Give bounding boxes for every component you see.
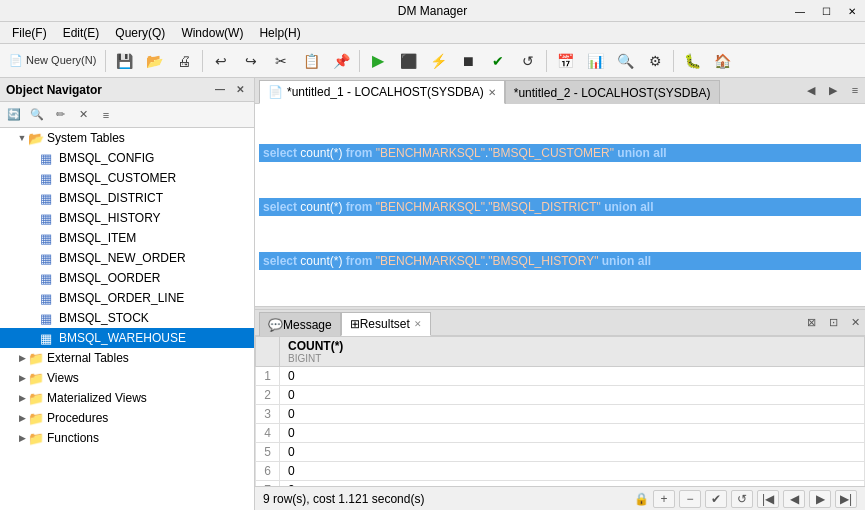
tree-item-bmsql-district[interactable]: ▦ BMSQL_DISTRICT (0, 188, 254, 208)
tree-item-views[interactable]: ▶ 📁 Views (0, 368, 254, 388)
main-content: Object Navigator — ✕ 🔄 🔍 ✏ ✕ ≡ ▼ 📂 Syste… (0, 78, 865, 510)
tree-item-system-tables[interactable]: ▼ 📂 System Tables (0, 128, 254, 148)
undo-button[interactable]: ↩ (207, 47, 235, 75)
tree-item-external-tables[interactable]: ▶ 📁 External Tables (0, 348, 254, 368)
explain-button[interactable]: 📊 (581, 47, 609, 75)
add-row-button[interactable]: + (653, 490, 675, 508)
cut-button[interactable]: ✂ (267, 47, 295, 75)
execute-button[interactable]: ⚡ (424, 47, 452, 75)
table-row: 40 (256, 424, 865, 443)
menu-help[interactable]: Help(H) (251, 24, 308, 42)
tree-item-materialized-views[interactable]: ▶ 📁 Materialized Views (0, 388, 254, 408)
tree-item-bmsql-stock[interactable]: ▦ BMSQL_STOCK (0, 308, 254, 328)
tree-label: Materialized Views (47, 391, 147, 405)
nav-more-button[interactable]: ≡ (96, 105, 116, 125)
rollback-button[interactable]: ↺ (514, 47, 542, 75)
cancel-button[interactable]: ↺ (731, 490, 753, 508)
column-type: BIGINT (288, 353, 856, 364)
folder-icon: 📁 (28, 431, 44, 446)
tree-item-functions[interactable]: ▶ 📁 Functions (0, 428, 254, 448)
tree-item-bmsql-history[interactable]: ▦ BMSQL_HISTORY (0, 208, 254, 228)
prev-page-button[interactable]: ◀ (783, 490, 805, 508)
confirm-button[interactable]: ✔ (705, 490, 727, 508)
tab-resultset[interactable]: ⊞ Resultset ✕ (341, 312, 431, 336)
print-button[interactable]: 🖨 (170, 47, 198, 75)
next-page-button[interactable]: ▶ (809, 490, 831, 508)
new-query-button[interactable]: 📄 New Query(N) (4, 47, 101, 75)
data-table: COUNT(*) BIGINT 10203040506070 (255, 336, 865, 486)
table-icon: ▦ (40, 311, 56, 326)
nav-refresh-button[interactable]: 🔄 (4, 105, 24, 125)
menu-file[interactable]: File(F) (4, 24, 55, 42)
tab-resultset-label: Resultset (360, 317, 410, 331)
nav-close-button[interactable]: ✕ (232, 82, 248, 98)
tab-scroll-right[interactable]: ▶ (823, 80, 843, 100)
nav-minimize-button[interactable]: — (212, 82, 228, 98)
tab-scroll-left[interactable]: ◀ (801, 80, 821, 100)
result-collapse-button[interactable]: ⊠ (801, 312, 821, 332)
table-row: 10 (256, 367, 865, 386)
stop-button[interactable]: ⏹ (454, 47, 482, 75)
editor-area[interactable]: select count(*) from "BENCHMARKSQL"."BMS… (255, 104, 865, 306)
row-num: 4 (256, 424, 280, 443)
tree-item-bmsql-new-order[interactable]: ▦ BMSQL_NEW_ORDER (0, 248, 254, 268)
tab-untitled2[interactable]: *untitled_2 - LOCALHOST(SYSDBA) (505, 80, 720, 104)
table-row: 20 (256, 386, 865, 405)
schedule-button[interactable]: 📅 (551, 47, 579, 75)
run2-button[interactable]: ⬛ (394, 47, 422, 75)
tab-untitled1[interactable]: 📄 *untitled_1 - LOCALHOST(SYSDBA) ✕ (259, 80, 505, 104)
minimize-button[interactable]: — (787, 0, 813, 22)
bottom-panel: 💬 Message ⊞ Resultset ✕ ⊠ ⊡ ✕ (255, 310, 865, 510)
code-line-1: select count(*) from "BENCHMARKSQL"."BMS… (259, 144, 861, 162)
nav-close-tree-button[interactable]: ✕ (73, 105, 93, 125)
last-page-button[interactable]: ▶| (835, 490, 857, 508)
open-button[interactable]: 📂 (140, 47, 168, 75)
tab-close-icon[interactable]: ✕ (414, 319, 422, 329)
settings-button[interactable]: ⚙ (641, 47, 669, 75)
menu-window[interactable]: Window(W) (173, 24, 251, 42)
nav-filter-button[interactable]: ✏ (50, 105, 70, 125)
tree-item-bmsql-warehouse[interactable]: ▦ BMSQL_WAREHOUSE (0, 328, 254, 348)
close-button[interactable]: ✕ (839, 0, 865, 22)
first-page-button[interactable]: |◀ (757, 490, 779, 508)
tree-item-bmsql-order-line[interactable]: ▦ BMSQL_ORDER_LINE (0, 288, 254, 308)
tree-item-bmsql-oorder[interactable]: ▦ BMSQL_OORDER (0, 268, 254, 288)
code-editor[interactable]: select count(*) from "BENCHMARKSQL"."BMS… (255, 104, 865, 306)
tab-label: *untitled_1 - LOCALHOST(SYSDBA) (287, 85, 484, 99)
tree-item-bmsql-item[interactable]: ▦ BMSQL_ITEM (0, 228, 254, 248)
tab-close-button[interactable]: ✕ (488, 87, 496, 98)
tree-item-procedures[interactable]: ▶ 📁 Procedures (0, 408, 254, 428)
result-expand-button[interactable]: ⊡ (823, 312, 843, 332)
delete-row-button[interactable]: − (679, 490, 701, 508)
table-icon: ▦ (40, 291, 56, 306)
maximize-button[interactable]: ☐ (813, 0, 839, 22)
home-button[interactable]: 🏠 (708, 47, 736, 75)
paste-button[interactable]: 📌 (327, 47, 355, 75)
debug-button[interactable]: 🐛 (678, 47, 706, 75)
result-table: COUNT(*) BIGINT 10203040506070 (255, 336, 865, 486)
tree-item-bmsql-customer[interactable]: ▦ BMSQL_CUSTOMER (0, 168, 254, 188)
tab-icon: 📄 (268, 85, 283, 99)
menu-edit[interactable]: Edit(E) (55, 24, 108, 42)
menu-query[interactable]: Query(Q) (107, 24, 173, 42)
nav-search-button[interactable]: 🔍 (27, 105, 47, 125)
save-button[interactable]: 💾 (110, 47, 138, 75)
search-toolbar-button[interactable]: 🔍 (611, 47, 639, 75)
row-value: 0 (280, 443, 865, 462)
tree-item-bmsql-config[interactable]: ▦ BMSQL_CONFIG (0, 148, 254, 168)
table-icon: ▦ (40, 151, 56, 166)
row-num: 2 (256, 386, 280, 405)
copy-button[interactable]: 📋 (297, 47, 325, 75)
redo-button[interactable]: ↪ (237, 47, 265, 75)
tab-more[interactable]: ≡ (845, 80, 865, 100)
commit-button[interactable]: ✔ (484, 47, 512, 75)
tree-label: BMSQL_CUSTOMER (59, 171, 176, 185)
run-button[interactable]: ▶ (364, 47, 392, 75)
tree-label: BMSQL_ORDER_LINE (59, 291, 184, 305)
column-name: COUNT(*) (288, 339, 856, 353)
folder-icon: 📁 (28, 391, 44, 406)
tab-message[interactable]: 💬 Message (259, 312, 341, 336)
sep5 (673, 50, 674, 72)
tab-message-icon: 💬 (268, 318, 283, 332)
result-close-button[interactable]: ✕ (845, 312, 865, 332)
